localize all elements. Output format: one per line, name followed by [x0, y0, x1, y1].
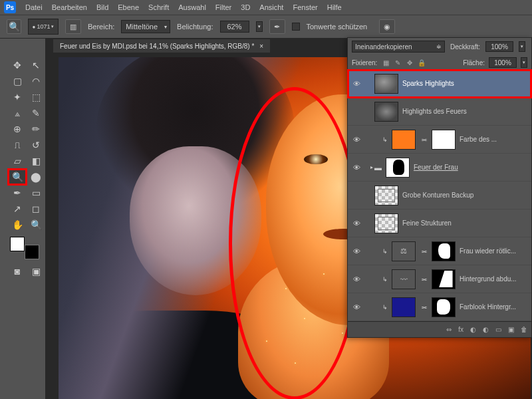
visibility-icon[interactable]: 👁: [353, 275, 360, 283]
menu-item[interactable]: Bearbeiten: [52, 3, 87, 11]
link-mask-icon[interactable]: ⫘: [420, 304, 428, 311]
gradient-tool[interactable]: ◧: [27, 154, 45, 168]
screenmode-tool[interactable]: ▣: [27, 264, 45, 279]
layer-row[interactable]: 👁↳⫘Farblook Hintergr...: [348, 293, 531, 321]
delete-layer-icon[interactable]: 🗑: [521, 326, 527, 333]
eraser-tool[interactable]: ▱: [9, 154, 26, 168]
range-label: Bereich:: [88, 23, 114, 31]
menu-item[interactable]: 3D: [241, 3, 250, 11]
color-swatches[interactable]: [10, 237, 43, 259]
visibility-icon[interactable]: 👁: [353, 303, 360, 311]
blur-tool[interactable]: ⬤: [27, 170, 45, 184]
quick-select-tool[interactable]: ⬚: [27, 90, 45, 104]
blend-mode-select[interactable]: Ineinanderkopieren: [352, 41, 445, 53]
group-icon[interactable]: ▭: [495, 326, 501, 333]
layer-name[interactable]: Feine Strukturen: [402, 219, 452, 227]
lock-transparent-icon[interactable]: ▦: [381, 58, 390, 67]
pressure-icon[interactable]: ◉: [379, 19, 395, 34]
type-tool[interactable]: ◻: [27, 201, 45, 216]
annotation-ellipse: [229, 87, 361, 399]
menu-item[interactable]: Schrift: [148, 3, 169, 11]
layer-name[interactable]: Farbe des ...: [460, 136, 497, 143]
opacity-dropdown-icon[interactable]: ▾: [519, 41, 525, 52]
dodge-tool[interactable]: 🔍: [9, 170, 26, 184]
fx-icon[interactable]: fx: [458, 326, 464, 333]
airbrush-icon[interactable]: ✒: [269, 19, 285, 34]
layer-row[interactable]: 👁↳⚖⫘Frau wieder rötlic...: [348, 237, 531, 265]
lasso-tool[interactable]: ◠: [27, 74, 45, 88]
layer-name[interactable]: Sparks Highlights: [402, 80, 454, 87]
layer-name[interactable]: Hintergrund abdu...: [460, 275, 517, 283]
lock-position-icon[interactable]: ✥: [405, 58, 414, 67]
zoom-tool[interactable]: 🔍: [27, 217, 45, 232]
visibility-icon[interactable]: 👁: [353, 164, 360, 172]
link-layers-icon[interactable]: ⇔: [446, 326, 452, 333]
menu-item[interactable]: Auswahl: [178, 3, 206, 11]
visibility-icon[interactable]: 👁: [353, 136, 360, 144]
new-layer-icon[interactable]: ▣: [508, 326, 514, 333]
brush-preset-picker[interactable]: ●1071▾: [28, 19, 59, 35]
visibility-icon[interactable]: 👁: [353, 247, 360, 255]
brush-settings-icon[interactable]: ▥: [65, 19, 81, 34]
close-tab-icon[interactable]: ×: [259, 43, 263, 50]
link-mask-icon[interactable]: ⫘: [420, 136, 428, 143]
brush-tool[interactable]: ✏: [27, 122, 45, 136]
document-tab[interactable]: Feuer und Eis by MDI.psd bei 14,1% (Spar…: [53, 39, 270, 53]
lock-label: Fixieren:: [352, 59, 377, 66]
clip-icon: ↳: [382, 276, 388, 283]
layer-row[interactable]: 👁▸▬Feuer der Frau: [348, 154, 531, 182]
opacity-field[interactable]: 100%: [485, 41, 513, 52]
menu-item[interactable]: Ansicht: [259, 3, 283, 11]
active-tool-icon[interactable]: 🔍: [7, 19, 21, 34]
mask-icon[interactable]: ◐: [470, 326, 476, 333]
foreground-color-swatch[interactable]: [10, 237, 25, 251]
lock-pixels-icon[interactable]: ✎: [393, 58, 402, 67]
quickmask-tool[interactable]: ◙: [9, 264, 26, 279]
move-tool[interactable]: ✥: [9, 58, 26, 72]
exposure-dropdown-icon[interactable]: ▾: [256, 21, 263, 32]
expand-icon[interactable]: ▸: [370, 164, 373, 170]
layer-row[interactable]: Grobe Konturen Backup: [348, 182, 531, 209]
fill-dropdown-icon[interactable]: ▾: [521, 57, 527, 68]
range-select[interactable]: Mitteltöne: [121, 20, 170, 33]
lock-all-icon[interactable]: 🔒: [417, 58, 426, 67]
menu-item[interactable]: Filter: [215, 3, 231, 11]
hand-tool[interactable]: ✋: [9, 217, 26, 232]
adjustment-icon[interactable]: ◐: [483, 326, 489, 333]
fill-field[interactable]: 100%: [489, 57, 517, 68]
pen-tool[interactable]: ✒: [9, 186, 26, 200]
path-select-tool[interactable]: ↖: [27, 58, 45, 72]
layer-name[interactable]: Farblook Hintergr...: [460, 303, 516, 311]
marquee-tool[interactable]: ▢: [9, 74, 26, 88]
layer-name[interactable]: Frau wieder rötlic...: [460, 247, 516, 255]
exposure-label: Belichtung:: [177, 23, 213, 31]
exposure-field[interactable]: 62%: [220, 21, 249, 33]
layer-name[interactable]: Grobe Konturen Backup: [402, 192, 473, 199]
menu-item[interactable]: Datei: [25, 3, 43, 11]
layer-row[interactable]: 👁Sparks Highlights: [348, 70, 531, 98]
link-mask-icon[interactable]: ⫘: [420, 248, 428, 255]
stamp-tool[interactable]: ⎍: [9, 138, 26, 152]
path-tool[interactable]: ↗: [9, 201, 26, 216]
eyedropper-tool[interactable]: ✎: [27, 106, 45, 120]
layer-row[interactable]: Highlights des Feuers: [348, 98, 531, 126]
shape-tool[interactable]: ▭: [27, 186, 45, 200]
visibility-icon[interactable]: 👁: [353, 80, 360, 88]
history-brush-tool[interactable]: ↺: [27, 138, 45, 152]
layer-row[interactable]: 👁Feine Strukturen: [348, 209, 531, 237]
heal-tool[interactable]: ⊕: [9, 122, 26, 136]
protect-tones-checkbox[interactable]: [292, 23, 300, 31]
visibility-icon[interactable]: 👁: [353, 219, 360, 227]
background-color-swatch[interactable]: [25, 245, 39, 259]
menu-item[interactable]: Ebene: [118, 3, 139, 11]
link-mask-icon[interactable]: ⫘: [420, 276, 428, 283]
crop-tool[interactable]: ⟁: [9, 106, 26, 120]
menu-item[interactable]: Bild: [96, 3, 108, 11]
wand-tool[interactable]: ✦: [9, 90, 26, 104]
menu-item[interactable]: Fenster: [293, 3, 317, 11]
layer-row[interactable]: 👁↳⫘Farbe des ...: [348, 126, 531, 154]
layer-name[interactable]: Highlights des Feuers: [402, 108, 467, 115]
menu-item[interactable]: Hilfe: [327, 3, 342, 11]
layer-name[interactable]: Feuer der Frau: [414, 164, 458, 171]
layer-row[interactable]: 👁↳〰⫘Hintergrund abdu...: [348, 265, 531, 293]
